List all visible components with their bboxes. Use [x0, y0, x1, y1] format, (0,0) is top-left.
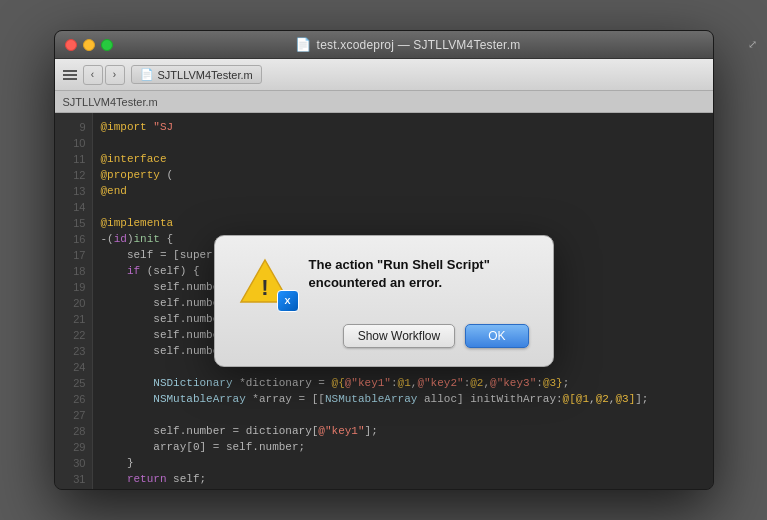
dialog-overlay: ! X The action "Run Shell Script" encoun… [55, 113, 713, 489]
title-bar-center: 📄 test.xcodeproj — SJTLLVM4Tester.m ⤢ [113, 37, 703, 52]
back-button[interactable]: ‹ [83, 65, 103, 85]
window-title: test.xcodeproj — SJTLLVM4Tester.m [317, 38, 521, 52]
minimize-button[interactable] [83, 39, 95, 51]
breadcrumb: SJTLLVM4Tester.m [63, 96, 158, 108]
lines-icon[interactable] [63, 70, 77, 80]
nav-buttons: ‹ › [83, 65, 125, 85]
file-tab-icon: 📄 [140, 68, 154, 81]
file-icon: 📄 [295, 37, 311, 52]
file-tab[interactable]: 📄 SJTLLVM4Tester.m [131, 65, 262, 84]
traffic-lights [65, 39, 113, 51]
maximize-button[interactable] [101, 39, 113, 51]
forward-button[interactable]: › [105, 65, 125, 85]
dialog-content: ! X The action "Run Shell Script" encoun… [239, 256, 529, 310]
dialog-message: The action "Run Shell Script" encountere… [309, 256, 529, 292]
show-workflow-button[interactable]: Show Workflow [343, 324, 455, 348]
file-tab-label: SJTLLVM4Tester.m [158, 69, 253, 81]
error-dialog: ! X The action "Run Shell Script" encoun… [214, 235, 554, 367]
title-bar: 📄 test.xcodeproj — SJTLLVM4Tester.m ⤢ [55, 31, 713, 59]
toolbar: ‹ › 📄 SJTLLVM4Tester.m [55, 59, 713, 91]
warning-icon-wrapper: ! X [239, 256, 293, 310]
svg-text:!: ! [261, 275, 268, 300]
ok-button[interactable]: OK [465, 324, 528, 348]
main-window: 📄 test.xcodeproj — SJTLLVM4Tester.m ⤢ ‹ … [54, 30, 714, 490]
close-button[interactable] [65, 39, 77, 51]
dialog-buttons: Show Workflow OK [239, 324, 529, 348]
xcode-badge: X [277, 290, 299, 312]
dialog-text: The action "Run Shell Script" encountere… [309, 256, 529, 292]
editor-area: 9 10 11 12 13 14 15 16 17 18 19 20 21 22… [55, 113, 713, 489]
secondary-toolbar: SJTLLVM4Tester.m [55, 91, 713, 113]
